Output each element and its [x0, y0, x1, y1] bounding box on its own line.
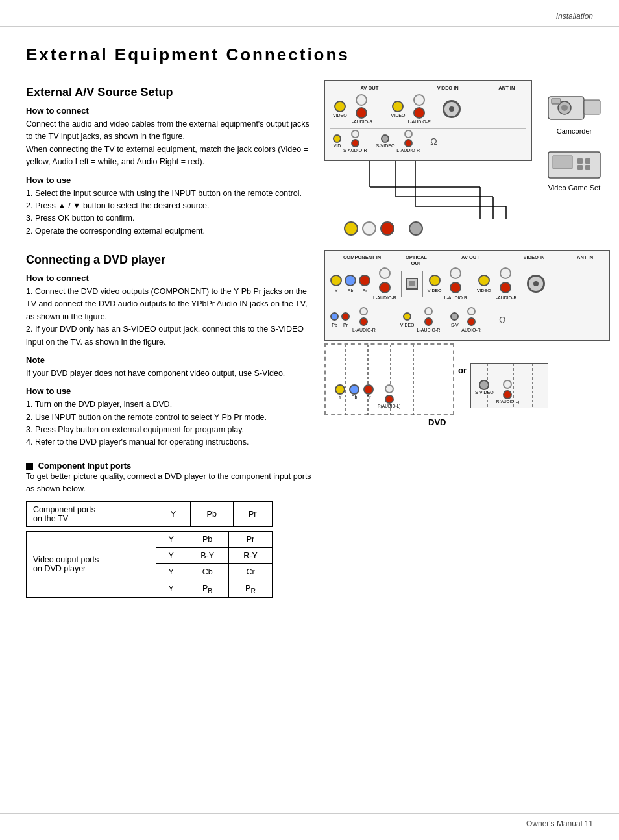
camcorder-label: Camcorder [557, 127, 592, 135]
svideo-jack: S-V [450, 312, 459, 327]
section2-heading: Connecting a DVD player [26, 253, 311, 267]
jack-laudio-label: L-AUDIO-R [350, 119, 373, 124]
comp2-pb-label: Pb [332, 323, 337, 327]
camcorder-group: Camcorder [545, 87, 603, 135]
cable-jack-1 [344, 221, 358, 236]
page-title: External Equipment Connections [26, 45, 593, 65]
sv-jack-svid: S-VIDEO [475, 380, 494, 404]
jack-video-in-label: VIDEO [391, 113, 406, 117]
svg-rect-18 [577, 165, 583, 170]
panel-labels-bottom: COMPONENT IN OPTICALOUT AV OUT VIDEO IN … [330, 254, 604, 266]
jack-sm-red [351, 139, 359, 147]
cable-svideo [409, 221, 423, 236]
comp2-pr-jack: Pr [341, 312, 350, 327]
tv-port-label: Component portson the TV [27, 501, 156, 526]
spacer5 [398, 221, 405, 236]
av-jack-red [450, 282, 461, 293]
tv-panel-bottom: COMPONENT IN OPTICALOUT AV OUT VIDEO IN … [324, 250, 610, 341]
jacks-bottom-row2: Pb Pr L-AUDIO-R [330, 304, 604, 332]
video-game-label: Video Game Set [548, 184, 601, 191]
svideo-jacks-bottom: S-VIDEO R(AUDIO-L) [475, 380, 519, 404]
av-jack-white [450, 267, 461, 279]
av-out-label: AV OUT [330, 85, 409, 91]
table-row: Video output portson DVD player Y Pb Pr [27, 531, 273, 547]
dvd-j-y-label: Y [339, 395, 342, 399]
omega-symbol-b: Ω [499, 315, 505, 325]
tv-diagram-top: AV OUT VIDEO IN ANT IN VIDEO [324, 80, 532, 236]
comp-jack-pb [345, 275, 356, 286]
cable-red [380, 221, 394, 236]
section-divider-2 [422, 271, 423, 297]
sv-white [503, 380, 512, 389]
dvd-diagram-section: COMPONENT IN OPTICALOUT AV OUT VIDEO IN … [324, 250, 610, 427]
sv-svideo [479, 380, 489, 390]
ant-in-label: ANT IN [487, 85, 526, 91]
jack-row-2: VID S-AUDIO-R S-VIDEO [330, 128, 526, 154]
ant-inner-b [533, 281, 539, 286]
how-to-connect-label: How to connect [26, 106, 311, 116]
av-jack-yellow [429, 275, 441, 286]
video-in-audio-jack: L-AUDIO-R [494, 267, 517, 300]
jack-white-in [413, 94, 425, 106]
jack-sm-white2 [404, 130, 413, 138]
dvd-pb-4: PB [186, 580, 229, 598]
cable-jacks-top [344, 221, 532, 236]
jack-yellow-in [392, 101, 404, 112]
dvd-j-lr-label: R(AUDIO-L) [378, 404, 400, 408]
vid2-red [424, 317, 433, 326]
video-game-group: Video Game Set [545, 147, 603, 191]
page: Installation External Equipment Connecti… [0, 0, 619, 840]
saudio-red [467, 317, 476, 326]
component-cables: Y Pb Pr [324, 343, 454, 415]
main-content: External Equipment Connections External … [0, 27, 619, 637]
how-to-use-steps-1: 1. Select the input source with using th… [26, 188, 311, 238]
svg-rect-16 [577, 158, 583, 164]
label-svideo-bot: S-VIDEO [376, 143, 395, 148]
connect-steps: 1. Connect the DVD video outputs (COMPON… [26, 286, 311, 349]
vid2-audio-jack: L-AUDIO-R [417, 307, 441, 332]
comp2-jack-pb [330, 312, 339, 321]
comp2-jack-pr [341, 312, 350, 321]
omega-jack: Ω [499, 315, 505, 325]
vid2-yellow [403, 312, 411, 321]
svideo-cable-box: S-VIDEO R(AUDIO-L) [470, 363, 548, 408]
section1-heading: External A/V Source Setup [26, 86, 311, 99]
comp2-pb-jack: Pb [330, 312, 339, 327]
svg-rect-13 [552, 99, 561, 104]
or-label: or [458, 365, 467, 375]
jack-sm-red2 [404, 139, 413, 147]
panel-labels-top: AV OUT VIDEO IN ANT IN [330, 85, 526, 91]
av-audio-out-label: L-AUDIO R [444, 295, 467, 300]
section-divider-1 [401, 271, 402, 297]
comp-pb-label: Pb [348, 288, 354, 293]
av-audio-out-jack: L-AUDIO R [444, 267, 467, 300]
connection-lines-top [324, 161, 532, 219]
section2: Connecting a DVD player How to connect 1… [26, 253, 311, 598]
vin-jack-yellow [478, 275, 490, 286]
note-text: If your DVD player does not have compone… [26, 367, 311, 380]
dvd-y-4: Y [156, 580, 186, 598]
jack-laudio-bot: L-AUDIO-R [396, 130, 420, 153]
video-in-label: VIDEO IN [409, 85, 487, 91]
tv-panel-top: AV OUT VIDEO IN ANT IN VIDEO [324, 80, 532, 161]
video-in-jack-b: VIDEO [477, 275, 491, 293]
av-out-jack-b: VIDEO [428, 275, 442, 293]
comp2-jack-red [359, 317, 368, 326]
section-divider-3 [472, 271, 472, 297]
jacks-bottom-row1: Y Pb Pr [330, 267, 604, 300]
jack-vid-bot: VID [333, 134, 341, 148]
table-row: Component portson the TV Y Pb Pr [27, 501, 273, 526]
dvd-pb-1: Pb [186, 531, 229, 547]
jack-row-1: VIDEO L-AUDIO-R VIDEO [330, 93, 526, 125]
vid2-white [424, 307, 433, 315]
jack-sm-white [351, 130, 359, 138]
right-column: AV OUT VIDEO IN ANT IN VIDEO [324, 80, 610, 598]
dvd-pr-1: Pr [229, 531, 273, 547]
comp-pr-jack: Pr [359, 275, 370, 293]
svg-rect-15 [553, 156, 572, 169]
vin-video-label: VIDEO [477, 288, 491, 293]
saudio-jack: AUDIO-R [461, 307, 481, 332]
sv-red [503, 390, 512, 399]
camcorder-icon [545, 87, 603, 126]
ant-jack-b [527, 275, 545, 293]
